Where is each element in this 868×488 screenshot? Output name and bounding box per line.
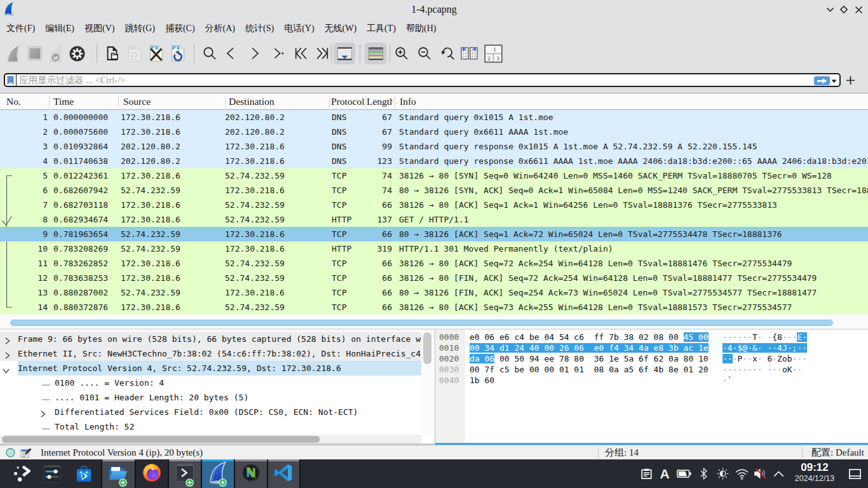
column-header-time[interactable]: Time <box>53 93 117 110</box>
tray-input-method[interactable]: A <box>655 459 674 488</box>
tray-brightness[interactable] <box>713 459 732 488</box>
layout-chooser-button[interactable]: 123 <box>482 43 504 64</box>
column-divider[interactable] <box>225 96 226 108</box>
window-close-button[interactable] <box>851 2 866 17</box>
column-divider[interactable] <box>49 96 50 108</box>
file-reload-button[interactable]: 010101100111 <box>167 43 189 64</box>
expander-closed-icon[interactable] <box>3 335 11 346</box>
show-desktop-button[interactable] <box>841 459 868 488</box>
menu-item-0[interactable]: 文件(F) <box>1 18 40 38</box>
title-bar[interactable]: 1-4.pcapng <box>0 0 868 18</box>
detail-row-2-selected[interactable]: Internet Protocol Version 4, Src: 52.74.… <box>0 361 422 376</box>
packet-row-2[interactable]: 20.000075600172.30.218.6202.120.80.2DNS6… <box>0 125 868 139</box>
go-last-button[interactable] <box>311 43 333 64</box>
window-shade-button[interactable] <box>822 2 837 17</box>
filter-apply-button[interactable] <box>814 76 830 85</box>
column-divider[interactable] <box>118 96 119 108</box>
packet-row-12[interactable]: 120.783638253172.30.218.652.74.232.59TCP… <box>0 271 868 285</box>
menu-item-8[interactable]: 无线(W) <box>320 18 362 38</box>
hex-row-0040[interactable]: 00401b 60·` <box>435 375 868 386</box>
expert-info-icon[interactable] <box>6 448 15 458</box>
column-header-source[interactable]: Source <box>123 93 219 110</box>
display-filter-input[interactable]: 应用显示过滤器 ... <Ctrl-/> <box>4 73 841 87</box>
go-forward-button[interactable] <box>243 43 265 64</box>
filter-dropdown-caret[interactable] <box>831 79 837 83</box>
capture-options-button[interactable] <box>66 43 88 64</box>
file-close-button[interactable]: 010101100111 <box>146 43 167 64</box>
capture-start-button[interactable] <box>3 43 24 64</box>
detail-row-5[interactable]: Differentiated Services Field: 0x00 (DSC… <box>0 405 422 419</box>
hex-row-0010[interactable]: 001000 34 d1 24 40 00 26 06 e0 f4 34 4a … <box>435 342 868 353</box>
taskbar-app-wireshark[interactable] <box>202 459 234 488</box>
capture-restart-button[interactable] <box>45 43 67 64</box>
auto-scroll-button[interactable] <box>334 43 355 64</box>
zoom-out-button[interactable] <box>414 43 435 64</box>
packet-row-6[interactable]: 60.68260794252.74.232.59172.30.218.6TCP7… <box>0 183 868 198</box>
packet-list-hscrollbar[interactable] <box>0 315 868 329</box>
packet-row-7[interactable]: 70.682703118172.30.218.652.74.232.59TCP6… <box>0 198 868 212</box>
details-hscrollbar-thumb[interactable] <box>2 436 320 443</box>
expander-closed-icon[interactable] <box>3 349 11 361</box>
details-vscrollbar-thumb[interactable] <box>423 332 431 364</box>
column-header-protocol[interactable]: Protocol <box>331 93 364 110</box>
packet-row-14[interactable]: 140.880372876172.30.218.652.74.232.59TCP… <box>0 300 868 315</box>
menu-item-10[interactable]: 帮助(H) <box>401 18 441 38</box>
details-vscrollbar[interactable] <box>421 330 435 435</box>
menu-item-9[interactable]: 工具(T) <box>362 18 401 38</box>
column-divider[interactable] <box>395 96 395 108</box>
packet-row-11[interactable]: 110.783262852172.30.218.652.74.232.59TCP… <box>0 256 868 271</box>
go-to-packet-button[interactable] <box>267 43 288 64</box>
menu-item-2[interactable]: 视图(V) <box>79 18 119 38</box>
detail-row-0[interactable]: Frame 9: 66 bytes on wire (528 bits), 66… <box>0 332 422 346</box>
file-open-button[interactable] <box>102 43 123 64</box>
tray-network[interactable] <box>732 459 751 488</box>
capture-stop-button[interactable] <box>24 43 46 64</box>
column-header-info[interactable]: Info <box>400 93 476 110</box>
resize-columns-button[interactable] <box>458 43 480 64</box>
colorize-button[interactable] <box>365 43 386 64</box>
tray-bluetooth[interactable] <box>694 459 713 488</box>
packet-row-13[interactable]: 130.88028700252.74.232.59172.30.218.6TCP… <box>0 285 868 300</box>
status-profile[interactable]: 配置: Default <box>811 445 864 459</box>
column-divider[interactable] <box>329 96 330 108</box>
app-store-button[interactable] <box>74 459 93 488</box>
capture-comment-icon[interactable] <box>20 448 31 458</box>
file-save-button[interactable]: 010101100111 <box>124 43 146 64</box>
hex-row-0030[interactable]: 003000 7f c5 be 00 00 01 01 08 0a a5 6f … <box>435 364 868 375</box>
expander-open-icon[interactable] <box>2 365 10 376</box>
packet-row-3[interactable]: 30.010932864202.120.80.2172.30.218.6DNS9… <box>0 139 868 154</box>
column-divider[interactable] <box>365 96 366 108</box>
packet-list-hscrollbar-thumb[interactable] <box>10 320 833 326</box>
tray-clipboard[interactable] <box>637 459 656 488</box>
detail-row-6[interactable]: Total Length: 52 <box>0 419 422 434</box>
detail-row-1[interactable]: Ethernet II, Src: NewH3CTechno_7b:38:02 … <box>0 346 422 361</box>
packet-row-5[interactable]: 50.012242361172.30.218.652.74.232.59TCP7… <box>0 168 868 183</box>
find-packet-button[interactable] <box>199 43 220 64</box>
tray-battery[interactable] <box>674 459 693 488</box>
taskbar-app-terminal[interactable] <box>169 459 201 488</box>
column-header-destination[interactable]: Destination <box>229 93 324 110</box>
packet-row-10[interactable]: 100.78320826952.74.232.59172.30.218.6HTT… <box>0 241 868 256</box>
packet-row-9-selected[interactable]: 90.78196365452.74.232.59172.30.218.6TCP6… <box>0 227 868 241</box>
taskbar-app-vscode[interactable] <box>268 459 300 488</box>
packet-row-8[interactable]: 80.682934674172.30.218.652.74.232.59HTTP… <box>0 212 868 227</box>
menu-item-3[interactable]: 跳转(G) <box>119 18 159 38</box>
taskbar-app-file-manager[interactable] <box>102 459 135 488</box>
detail-row-4[interactable]: .... 0101 = Header Length: 20 bytes (5) <box>0 390 422 405</box>
expander-closed-icon[interactable] <box>39 408 47 419</box>
filter-bookmark-icon[interactable] <box>7 76 15 85</box>
go-back-button[interactable] <box>220 43 242 64</box>
menu-item-4[interactable]: 捕获(C) <box>160 18 200 38</box>
tray-tray-expand[interactable] <box>769 459 788 488</box>
go-first-button[interactable] <box>290 43 311 64</box>
column-header-no[interactable]: No. <box>6 93 44 110</box>
start-menu-button[interactable] <box>11 459 31 488</box>
packet-row-1[interactable]: 10.000000000172.30.218.6202.120.80.2DNS6… <box>0 110 868 125</box>
menu-item-5[interactable]: 分析(A) <box>200 18 240 38</box>
taskbar-app-firefox[interactable] <box>136 459 168 488</box>
menu-item-7[interactable]: 电话(Y) <box>279 18 319 38</box>
menu-item-1[interactable]: 编辑(E) <box>40 18 79 38</box>
taskbar-app-neovim[interactable] <box>235 459 267 488</box>
detail-row-3[interactable]: 0100 .... = Version: 4 <box>0 376 422 390</box>
hex-row-0020[interactable]: 0020da 06 00 50 94 ee 78 80 36 1e 5a 6f … <box>435 353 868 364</box>
